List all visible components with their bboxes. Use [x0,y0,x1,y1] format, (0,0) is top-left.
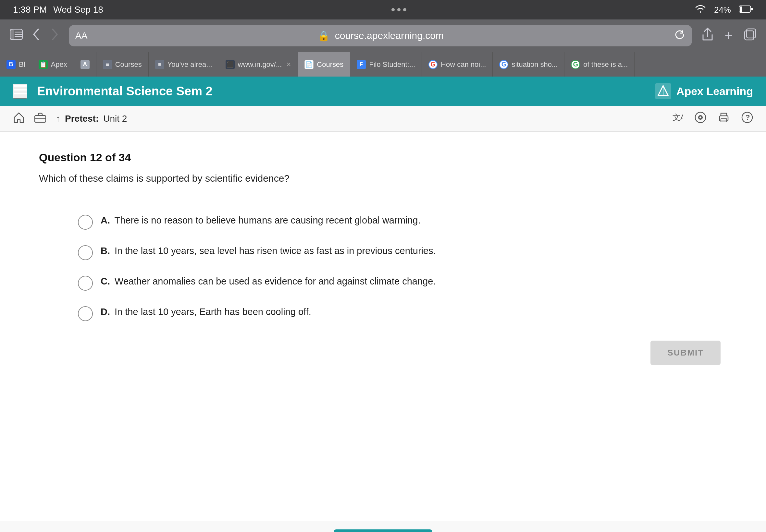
audio-icon[interactable] [695,112,706,126]
tab-apex[interactable]: 📋 Apex [32,52,74,77]
tab-filo-icon: F [357,60,366,69]
tab-youve[interactable]: ≡ You've alrea... [149,52,219,77]
lock-icon: 🔒 [318,30,330,42]
course-header-left: Environmental Science Sem 2 [13,84,213,99]
svg-rect-8 [745,31,754,40]
tab-filo-label: Filo Student:... [369,60,415,69]
tab-courses2-label: Courses [317,60,343,69]
apex-logo: Apex Learning [655,83,753,99]
tabs-bar: B Bl 📋 Apex A ≡ Courses ≡ You've alrea..… [0,52,766,77]
pretest-arrow-icon: ↑ [56,114,60,124]
option-c-text: C. Weather anomalies can be used as evid… [101,274,436,289]
tab-situation-icon: G [499,60,508,69]
tabs-button[interactable] [744,28,756,43]
tab-howcan-icon: G [429,60,438,69]
url-text: course.apexlearning.com [335,30,444,41]
text-size-label[interactable]: AA [75,30,87,41]
tab-howcan[interactable]: G How can noi... [422,52,493,77]
course-title: Environmental Science Sem 2 [37,84,213,98]
option-b[interactable]: B. In the last 10 years, sea level has r… [78,244,727,260]
browser-bar: AA 🔒 course.apexlearning.com + [0,19,766,52]
battery-icon [739,5,753,15]
sub-header-left: ↑ Pretest: Unit 2 [13,112,127,126]
new-tab-button[interactable]: + [724,28,733,44]
svg-rect-2 [751,8,753,10]
back-button[interactable] [32,28,41,44]
submit-area: SUBMIT [39,341,727,365]
dots-indicator [392,8,407,11]
date: Wed Sep 18 [53,5,103,15]
bottom-nav: PREVIOUS [0,521,766,532]
briefcase-button[interactable] [34,112,46,125]
tab-courses2[interactable]: 📄 Courses [298,52,350,77]
print-icon[interactable] [718,112,730,126]
option-d-text: D. In the last 10 years, Earth has been … [101,305,311,319]
home-button[interactable] [13,112,25,126]
tab-courses1-icon: ≡ [103,60,112,69]
tab-b-label: Bl [19,60,25,69]
tab-howcan-label: How can noi... [441,60,486,69]
option-a-letter: A. [101,215,110,225]
tab-situation[interactable]: G situation sho... [493,52,565,77]
svg-text:文A: 文A [673,113,683,122]
tab-b[interactable]: B Bl [0,52,32,77]
option-b-letter: B. [101,246,110,256]
help-icon[interactable]: ? [741,112,753,126]
forward-button[interactable] [50,28,59,44]
hamburger-menu-button[interactable] [13,84,27,99]
tab-ofthese-icon: G [571,60,580,69]
reload-button[interactable] [674,29,686,43]
submit-button[interactable]: SUBMIT [651,341,721,365]
radio-d[interactable] [78,306,93,321]
tab-courses1-label: Courses [115,60,142,69]
apex-logo-text: Apex Learning [676,85,753,98]
tab-courses1[interactable]: ≡ Courses [96,52,149,77]
tab-a[interactable]: A [74,52,96,77]
sub-header: ↑ Pretest: Unit 2 文A [0,106,766,132]
svg-point-21 [699,116,701,118]
main-content: Question 12 of 34 Which of these claims … [0,132,766,521]
tab-ofthese-label: of these is a... [583,60,628,69]
previous-button[interactable]: PREVIOUS [334,529,433,532]
svg-rect-23 [721,119,727,122]
battery-level: 24% [714,5,731,15]
svg-text:?: ? [746,113,750,121]
pretest-breadcrumb: ↑ Pretest: Unit 2 [56,114,127,124]
radio-a[interactable] [78,215,93,230]
tab-situation-label: situation sho... [512,60,558,69]
question-header: Question 12 of 34 [39,151,727,164]
svg-rect-9 [747,29,756,38]
status-right: 24% [695,4,753,16]
share-button[interactable] [702,28,713,44]
tab-filo[interactable]: F Filo Student:... [350,52,422,77]
radio-b[interactable] [78,245,93,260]
sidebar-toggle-button[interactable] [10,29,23,43]
option-d-letter: D. [101,307,110,317]
tab-apex-icon: 📋 [39,60,48,69]
sub-header-right: 文A ? [671,112,753,126]
tab-a-icon: A [80,60,90,69]
tab-courses2-icon: 📄 [304,60,313,69]
option-c[interactable]: C. Weather anomalies can be used as evid… [78,274,727,291]
tab-ofthese[interactable]: G of these is a... [565,52,635,77]
status-left: 1:38 PM Wed Sep 18 [13,5,103,15]
wifi-icon [695,4,706,16]
pretest-unit-text: Unit 2 [103,114,127,124]
option-a[interactable]: A. There is no reason to believe humans … [78,213,727,230]
time: 1:38 PM [13,5,47,15]
tab-www-close[interactable]: ✕ [286,61,291,68]
option-d[interactable]: D. In the last 10 years, Earth has been … [78,305,727,321]
translate-icon[interactable]: 文A [671,112,683,126]
tab-youve-icon: ≡ [155,60,164,69]
options-list: A. There is no reason to believe humans … [39,213,727,321]
tab-www-icon: ⬛ [225,60,235,69]
tab-www[interactable]: ⬛ www.in.gov/... ✕ [219,52,298,77]
course-header: Environmental Science Sem 2 Apex Learnin… [0,77,766,106]
tab-apex-label: Apex [51,60,67,69]
radio-c[interactable] [78,276,93,291]
svg-rect-1 [740,6,742,12]
url-bar[interactable]: AA 🔒 course.apexlearning.com [69,25,692,46]
question-text: Which of these claims is supported by sc… [39,173,727,184]
svg-rect-4 [10,29,14,40]
pretest-label-text: Pretest: [65,114,99,124]
